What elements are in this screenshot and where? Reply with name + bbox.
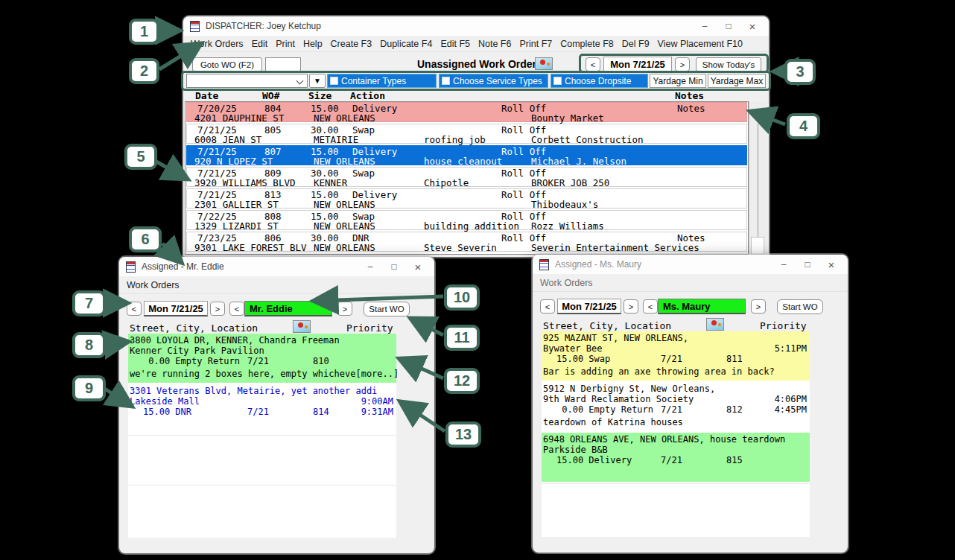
date-field[interactable]: Mon 7/21/25 (603, 57, 672, 72)
cell-company: Severin Entertainment Services (531, 242, 699, 253)
minimize-icon[interactable]: – (772, 259, 796, 270)
start-wo-button[interactable]: Start WO (777, 299, 823, 314)
minimize-icon[interactable]: – (358, 261, 382, 272)
table-row[interactable]: 7/21/2581315.00DeliveryRoll Off2301 GALL… (186, 188, 747, 209)
table-row[interactable]: 7/21/2580715.00DeliveryRoll Off920 N LOP… (186, 145, 747, 165)
menu-complete-f8[interactable]: Complete F8 (560, 39, 614, 49)
close-icon[interactable]: × (406, 261, 430, 273)
menu-view-placement-f10[interactable]: View Placement F10 (658, 39, 743, 49)
menu-help[interactable]: Help (303, 39, 323, 49)
priority-header: Priority (346, 322, 393, 334)
cell-city: NEW ORLEANS (314, 242, 375, 253)
map-icon[interactable] (293, 320, 311, 333)
menubar: Work Orders (533, 274, 848, 292)
menu-print[interactable]: Print (276, 39, 295, 49)
table-row[interactable]: 7/22/2580815.00SwapRoll Off1329 LIZARDI … (186, 210, 747, 230)
scrollbar-thumb[interactable] (751, 237, 764, 255)
table-row[interactable]: 7/21/2580930.00SwapRoll Off3920 WILLIAMS… (186, 167, 747, 187)
goto-wo-input[interactable] (265, 57, 301, 71)
driver-field[interactable]: Mr. Eddie (244, 301, 332, 316)
wo-size-action: 0.00 Empty Return (556, 404, 653, 415)
container-types-checkbox[interactable]: Container Types (327, 74, 437, 88)
driver-prev-button[interactable]: < (643, 299, 658, 314)
driver-next-button[interactable]: > (337, 302, 352, 316)
wo-date: 7/21 (247, 407, 269, 417)
date-next-button[interactable]: > (210, 302, 225, 316)
table-scrollbar[interactable] (749, 101, 767, 255)
cell-job: Steve Severin (424, 242, 497, 253)
service-types-checkbox[interactable]: Choose Service Types (439, 74, 548, 88)
cell-address: 920 N LOPEZ ST (194, 156, 273, 167)
menu-edit-f5[interactable]: Edit F5 (440, 39, 470, 49)
wo-date: 7/21 (661, 455, 682, 465)
assigned-work-order[interactable]: 3301 Veterans Blvd, Metairie, yet anothe… (128, 384, 396, 433)
driver-field[interactable]: Ms. Maury (658, 299, 746, 314)
menu-work-orders[interactable]: Work Orders (540, 278, 593, 288)
cell-company: Thibodeaux's (531, 199, 598, 210)
maximize-icon[interactable]: □ (382, 261, 406, 272)
maury-work-order-list: 925 MAZANT ST, NEW ORLEANS,Bywater Bee5:… (542, 331, 810, 537)
start-wo-button[interactable]: Start WO (364, 302, 410, 316)
dropsite-checkbox[interactable]: Choose Dropsite (551, 74, 648, 88)
wo-number: 814 (313, 407, 329, 417)
assigned-work-order[interactable]: 5912 N Derbigny St, New Orleans,9th Ward… (542, 382, 810, 431)
driver-next-button[interactable]: > (751, 299, 766, 314)
wo-done-time: 9:31AM (361, 407, 393, 417)
wo-name-line: Bywater Bee (543, 343, 602, 354)
menu-duplicate-f4[interactable]: Duplicate F4 (380, 39, 432, 49)
wo-size-action: 15.00 DNR (143, 407, 191, 417)
date-field[interactable]: Mon 7/21/25 (144, 301, 208, 316)
cell-city: NEW ORLEANS (314, 199, 375, 210)
date-prev-button[interactable]: < (127, 302, 142, 316)
dispatcher-window: DISPATCHER: Joey Ketchup – □ × Work Orde… (183, 16, 769, 257)
callout-13: 13 (445, 421, 481, 448)
assigned-work-order[interactable]: 3800 LOYOLA DR, KENNER, Chandra FreemanK… (128, 334, 396, 383)
app-icon (539, 259, 549, 270)
date-field[interactable]: Mon 7/21/25 (557, 299, 621, 314)
table-row[interactable]: 7/21/2580530.00SwapRoll Off6008 JEAN STM… (186, 124, 747, 144)
wo-number: 810 (313, 356, 329, 366)
map-icon[interactable] (706, 318, 724, 331)
map-icon[interactable] (535, 57, 553, 70)
yardage-max-field[interactable]: Yardage Max (708, 74, 766, 88)
table-row[interactable]: 7/23/2580630.00DNRRoll OffNotes9301 LAKE… (186, 232, 747, 252)
callout-11: 11 (444, 325, 480, 351)
date-next-button[interactable]: > (675, 57, 690, 71)
assigned-work-order[interactable]: 925 MAZANT ST, NEW ORLEANS,Bywater Bee5:… (542, 331, 810, 381)
yardage-min-field[interactable]: Yardage Min (650, 74, 706, 88)
dropdown-button[interactable]: ▼ (309, 74, 326, 88)
menu-print-f7[interactable]: Print F7 (519, 39, 552, 49)
table-row[interactable]: 7/20/2580415.00DeliveryRoll OffNotes4201… (186, 102, 747, 122)
menu-note-f6[interactable]: Note F6 (478, 39, 511, 49)
menu-del-f9[interactable]: Del F9 (622, 39, 650, 49)
menu-create-f3[interactable]: Create F3 (331, 39, 372, 49)
assigned-work-order[interactable]: 6948 ORLEANS AVE, NEW ORLEANS, house tea… (542, 433, 810, 482)
date-prev-button[interactable]: < (586, 57, 600, 71)
wo-priority-time: 9:00AM (361, 396, 393, 407)
date-prev-button[interactable]: < (540, 299, 555, 314)
menu-work-orders[interactable]: Work Orders (127, 280, 180, 290)
menu-edit[interactable]: Edit (252, 39, 268, 49)
street-city-header: Street, City, Location (130, 322, 258, 334)
cell-city: NEW ORLEANS (314, 220, 375, 232)
close-icon[interactable]: × (740, 20, 764, 33)
wo-size-action: 0.00 Empty Return (143, 356, 240, 366)
window-title: DISPATCHER: Joey Ketchup (206, 21, 321, 31)
goto-wo-button[interactable]: Goto WO (F2) (192, 57, 262, 71)
menu-work-orders[interactable]: Work Orders (191, 39, 244, 49)
wo-date: 7/21 (247, 356, 269, 366)
filter-combo[interactable] (186, 74, 308, 88)
close-icon[interactable]: × (819, 258, 843, 271)
date-next-button[interactable]: > (624, 299, 638, 314)
show-todays-button[interactable]: Show Today's (696, 57, 761, 71)
unassigned-work-orders-table: 7/20/2580415.00DeliveryRoll OffNotes4201… (185, 101, 749, 255)
callout-7: 7 (72, 290, 106, 316)
cell-job: roofing job (424, 134, 486, 145)
maximize-icon[interactable]: □ (796, 259, 819, 270)
maximize-icon[interactable]: □ (717, 21, 740, 31)
driver-prev-button[interactable]: < (229, 302, 244, 316)
minimize-icon[interactable]: – (693, 21, 717, 31)
menubar: Work Orders Edit Print Help Create F3 Du… (183, 36, 769, 52)
wo-street-line: 5912 N Derbigny St, New Orleans, (543, 384, 715, 394)
cell-company: Bounty Market (531, 112, 604, 124)
